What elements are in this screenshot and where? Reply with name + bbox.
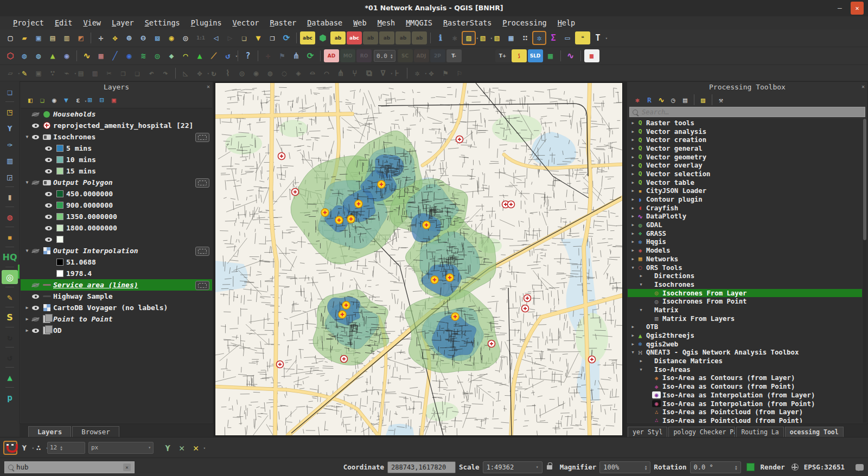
- coordinate-input[interactable]: 288743,1617820: [387, 461, 456, 473]
- toggle-editing-icon[interactable]: ✎: [18, 67, 31, 80]
- memory-layer-indicator[interactable]: [195, 281, 209, 290]
- menu-processing[interactable]: Processing: [497, 18, 552, 27]
- expander-icon[interactable]: ▶: [638, 359, 644, 363]
- delete-part-icon[interactable]: ◈: [292, 67, 305, 80]
- histogram-icon[interactable]: ▆: [584, 49, 599, 62]
- project-new-icon[interactable]: ▢: [4, 31, 17, 44]
- sld-icon[interactable]: S: [2, 310, 18, 324]
- pointcloud-plugin-icon[interactable]: p: [3, 390, 17, 404]
- options-wrench-icon[interactable]: ⚒: [716, 94, 726, 105]
- toolbox-item[interactable]: ▶QVector general: [628, 144, 862, 153]
- menu-vector[interactable]: Vector: [227, 18, 265, 27]
- expander-icon[interactable]: ▶: [630, 240, 636, 244]
- merge-features-icon[interactable]: ⧉: [362, 67, 375, 80]
- angle-spinner[interactable]: 0.0▲▼: [374, 50, 395, 62]
- t-minus-button[interactable]: T-: [446, 49, 462, 62]
- refresh-table-icon[interactable]: ⟳: [304, 49, 317, 62]
- label-pin-disabled-icon[interactable]: ab: [363, 31, 378, 44]
- python-console-icon[interactable]: ∿: [80, 49, 93, 62]
- visibility-icon[interactable]: [32, 122, 40, 129]
- copy-features-icon[interactable]: ❐: [117, 67, 130, 80]
- vertex-editor-icon[interactable]: ⬡: [4, 49, 17, 62]
- layer-item[interactable]: 900.0000000: [21, 200, 212, 211]
- new-print-layout-icon[interactable]: ▤: [46, 31, 59, 44]
- zoom-out-icon[interactable]: ⊖: [137, 31, 150, 44]
- rotate-feature-icon[interactable]: ↻: [207, 67, 220, 80]
- toolbox-item[interactable]: ▼Iso-Areas: [628, 365, 862, 374]
- deselect-features-icon[interactable]: ▧: [490, 31, 503, 44]
- toolbox-item[interactable]: ▶QVector analysis: [628, 127, 862, 136]
- label-change-disabled-icon[interactable]: ab: [412, 31, 427, 44]
- expander-icon[interactable]: ▼: [630, 350, 636, 355]
- toolbox-item[interactable]: ▶✻qgis2web: [628, 340, 862, 349]
- dock-tab[interactable]: ocessing Tool: [785, 427, 844, 437]
- toolbox-item[interactable]: ▶▲Qgis2threejs: [628, 331, 862, 340]
- add-mesh-layer-icon[interactable]: ✑: [3, 137, 17, 151]
- layer-item[interactable]: Service area (lines): [21, 279, 212, 291]
- manage-themes-icon[interactable]: ◉: [49, 94, 60, 105]
- expander-icon[interactable]: ▶: [24, 317, 30, 321]
- topological-editing-icon[interactable]: ⋎: [161, 441, 174, 454]
- expand-all-icon[interactable]: ⊞: [85, 94, 95, 105]
- snapping-intersection-icon[interactable]: ✕: [175, 441, 188, 454]
- visibility-icon[interactable]: [45, 224, 53, 231]
- layer-item[interactable]: reprojected_amenity_hospital [22]: [21, 120, 212, 131]
- expander-icon[interactable]: ▶: [630, 121, 636, 125]
- visibility-off-icon[interactable]: [32, 281, 40, 288]
- paste-features-icon[interactable]: ❏: [131, 67, 144, 80]
- python-scripts-icon[interactable]: ∿: [656, 94, 667, 105]
- rotate-symbols-icon[interactable]: ✲▾: [411, 67, 424, 80]
- r-scripts-icon[interactable]: R: [644, 94, 655, 105]
- add-postgis-icon[interactable]: ▮: [3, 190, 17, 204]
- t-plus-button[interactable]: T+: [495, 49, 510, 62]
- redo-icon[interactable]: ↷: [159, 67, 172, 80]
- osm-place-search-icon[interactable]: ◎: [2, 270, 18, 284]
- advanced-digitize-ad-button[interactable]: AD: [324, 49, 339, 62]
- toolbox-item[interactable]: ◉Iso-Area as Interpolation (from Layer): [628, 391, 862, 400]
- expander-icon[interactable]: ▶: [630, 342, 636, 346]
- edit-features-inplace-icon[interactable]: ▨: [698, 94, 709, 105]
- ors-tools-icon[interactable]: ⟆: [512, 49, 527, 62]
- toolbox-item[interactable]: ▶▪CityJSON Loader: [628, 187, 862, 196]
- layer-item[interactable]: ▶CartoDB Voyager (no labels): [21, 302, 212, 313]
- add-delimited-icon[interactable]: ▲: [46, 49, 59, 62]
- menu-mmqgis[interactable]: MMQGIS: [400, 18, 438, 27]
- toolbox-item[interactable]: ▼◌ORS Tools: [628, 263, 862, 272]
- zoom-in-icon[interactable]: ⊕: [123, 31, 136, 44]
- toolbox-item[interactable]: ∴Iso-Area as Pointcloud (from Layer): [628, 408, 862, 416]
- profile-tool-icon[interactable]: ╱: [108, 49, 122, 62]
- memory-layer-indicator[interactable]: [195, 247, 209, 256]
- toolbox-item[interactable]: ▼∺QNEAT3 - Qgis Network Analysis Toolbox: [628, 349, 862, 357]
- crosshair-icon[interactable]: ✛: [261, 49, 275, 62]
- label-diagram-icon[interactable]: ⬢: [316, 31, 329, 44]
- project-save-icon[interactable]: ▣: [32, 31, 45, 44]
- layer-item[interactable]: 1978.4: [21, 268, 212, 279]
- add-vector-layer-icon[interactable]: ◳: [3, 105, 17, 119]
- processing-toolbox-icon[interactable]: ✲: [533, 31, 546, 44]
- contour-icon[interactable]: ◠: [179, 49, 192, 62]
- dock-tab[interactable]: Routing La: [736, 427, 783, 437]
- expander-icon[interactable]: ▶: [630, 172, 636, 176]
- snapping-tolerance-spinner[interactable]: 12▲▼: [47, 442, 85, 454]
- zoom-full-icon[interactable]: ⧈: [151, 31, 164, 44]
- undo-icon[interactable]: ↶: [145, 67, 158, 80]
- snap-on-intersection-icon[interactable]: ✕▾: [189, 441, 202, 454]
- menu-view[interactable]: View: [78, 18, 106, 27]
- pan-to-selection-icon[interactable]: ✥: [108, 31, 122, 44]
- expander-icon[interactable]: ▶: [630, 223, 636, 227]
- layer-item[interactable]: 5 mins: [21, 143, 212, 154]
- menu-settings[interactable]: Settings: [139, 18, 186, 27]
- toolbox-search[interactable]: [629, 107, 865, 117]
- expander-icon[interactable]: ▼: [24, 134, 30, 139]
- digitize-point-icon[interactable]: ∵: [46, 67, 59, 80]
- cityjson-loader-icon[interactable]: ▪: [3, 230, 17, 244]
- visibility-off-icon[interactable]: [32, 179, 40, 186]
- add-record-icon[interactable]: ▤: [74, 67, 87, 80]
- results-viewer-icon[interactable]: ▤: [680, 94, 691, 105]
- offset-symbols-icon[interactable]: ✥: [425, 67, 438, 80]
- toolbox-item[interactable]: ◆Iso-Area as Contours (from Point): [628, 382, 862, 391]
- ro-button[interactable]: RO: [356, 49, 372, 62]
- label-highlight-icon[interactable]: abc: [347, 31, 362, 44]
- add-delimited-text-icon[interactable]: ▥: [3, 153, 17, 168]
- delete-ring-icon[interactable]: ◌: [278, 67, 291, 80]
